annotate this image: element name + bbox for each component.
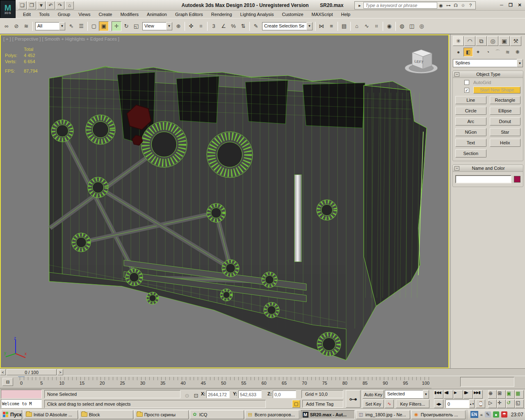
menu-group[interactable]: Group [54,11,75,18]
ngon-button[interactable]: NGon [455,128,486,136]
keyboard-override-icon[interactable]: ⌗ [196,21,206,31]
rectangular-selection-region-icon[interactable]: ▢ [89,21,99,31]
menu-lighting-analysis[interactable]: Lighting Analysis [236,11,278,18]
tab-create[interactable]: ✳ [453,36,464,46]
next-frame-button[interactable]: ▮▶ [463,390,473,399]
select-and-move-icon[interactable]: ✛ [112,21,121,31]
select-and-link-icon[interactable]: ∞ [2,21,11,31]
add-time-tag[interactable]: Add Time Tag [302,400,343,408]
donut-button[interactable]: Donut [490,117,521,126]
layer-manager-icon[interactable]: ▤ [339,21,349,31]
menu-rendering[interactable]: Rendering [207,11,236,18]
start-new-shape-button[interactable]: Start New Shape [473,87,520,94]
tray-collapse-arrow[interactable]: « [480,412,483,417]
next-frame-arrow[interactable]: > [57,369,63,375]
new-scene-icon[interactable]: ❏ [18,1,27,9]
select-and-scale-icon[interactable]: ◱ [131,21,141,31]
maxscript-mini-listener[interactable] [1,390,42,399]
chevron-down-icon[interactable]: ▼ [306,22,313,30]
viewcube[interactable]: LEFT [402,44,441,75]
tray-tool-icon[interactable]: ✎ [485,411,491,418]
chevron-down-icon[interactable]: ▼ [423,390,429,399]
key-mode-dropdown[interactable]: Selected ▼ [385,390,429,399]
save-file-icon[interactable]: ▼ [37,1,46,9]
minimize-button[interactable]: ─ [498,2,505,8]
subtab-spacewarps[interactable]: ≋ [503,48,512,57]
select-object-icon[interactable]: ⇖ [66,21,76,31]
pan-icon[interactable]: ✛ [497,399,506,408]
redo-icon[interactable]: ↷ [56,1,64,9]
select-and-manipulate-icon[interactable]: ✜ [186,21,196,31]
frame-spinner[interactable]: ▲▼ [469,399,475,408]
track-bar-ruler[interactable]: 0510152025303540455055606570758085909510… [16,377,431,388]
tab-utilities[interactable]: ⚒ [510,36,521,46]
time-slider[interactable]: 0 / 100 [7,369,57,375]
set-key-button[interactable]: Set Key [363,399,384,408]
play-button[interactable]: ▶ [454,390,463,399]
quick-render-icon[interactable]: ◎ [417,21,427,31]
start-new-shape-checkbox[interactable]: ✓ [464,88,469,93]
default-in-out-tangent-icon[interactable]: ∿ [385,399,394,408]
key-mode-toggle-button[interactable]: ◀▶ [434,399,443,408]
communication-center-icon[interactable]: ⊶ [445,2,452,9]
search-input[interactable] [363,2,437,9]
previous-frame-arrow[interactable]: < [0,369,6,375]
mirror-icon[interactable]: ⋈ [317,21,326,31]
selection-lock-icon[interactable]: ⊙ [182,390,192,400]
application-menu-button[interactable]: M 3DS [0,0,16,18]
menu-help[interactable]: Help [337,11,355,18]
perspective-viewport[interactable]: [ + ] [ Perspective ] [ Smooth + Highlig… [0,34,449,368]
go-to-end-button[interactable]: ▶▶▮ [473,390,483,399]
task-initial-d-absolute-[interactable]: Initial D Absolute ... [24,410,78,419]
helix-button[interactable]: Helix [490,139,521,147]
rendered-frame-window-icon[interactable]: ◫ [407,21,417,31]
close-button[interactable]: ✕ [516,2,523,8]
task-block[interactable]: Block [79,410,133,419]
go-to-start-button[interactable]: ▮◀◀ [434,390,443,399]
open-mini-curve-editor-icon[interactable]: ⊟ [2,378,13,386]
infocenter-icon[interactable]: ☊ [452,2,459,9]
restore-button[interactable]: ❐ [507,2,514,8]
menu-edit[interactable]: Edit [19,11,35,18]
name-and-color-rollout-header[interactable]: − Name and Color [453,165,523,172]
zoom-all-icon[interactable]: ⊞ [497,390,506,399]
field-of-view-icon[interactable]: ▷ [488,399,497,408]
menu-maxscript[interactable]: MAXScript [308,11,337,18]
tray-antivirus-icon[interactable]: ☂ [501,411,507,418]
language-indicator[interactable]: EN [470,411,478,418]
tray-messenger-icon[interactable]: ● [493,411,499,418]
viewport-label[interactable]: [ + ] [ Perspective ] [ Smooth + Highlig… [3,37,119,41]
reference-coordinate-dropdown[interactable]: View▼ [142,22,172,30]
arc-rotate-icon[interactable]: ↺ [506,399,515,408]
use-pivot-center-icon[interactable]: ⊕ [173,21,183,31]
menu-customize[interactable]: Customize [278,11,308,18]
arc-button[interactable]: Arc [455,117,486,126]
collapse-icon[interactable]: − [454,166,459,171]
auto-key-button[interactable]: Auto Key [363,390,384,399]
task-img-1800-jpg-ne-[interactable]: ◫img_1800.jpg - Ne... [356,410,410,419]
chevron-down-icon[interactable]: ▼ [517,59,523,67]
manage-scene-states-icon[interactable]: ⌂ [352,21,362,31]
line-button[interactable]: Line [455,96,486,104]
unlink-selection-icon[interactable]: ⊘ [11,21,21,31]
subtab-cameras[interactable]: ◔ [483,48,493,57]
object-color-swatch[interactable] [514,176,520,183]
named-selection-set-dropdown[interactable]: Create Selection Se▼ [262,22,313,30]
task-icq[interactable]: ✿ICQ [190,410,244,419]
curve-editor-icon[interactable]: ∿ [362,21,372,31]
undo-icon[interactable]: ↶ [46,1,55,9]
task-просто-скрины[interactable]: Просто скрины [135,410,189,419]
track-bar[interactable]: ⊟ 05101520253035404550556065707580859095… [0,376,525,389]
task-sr20-max-aut-[interactable]: MSR20.max - Aut... [301,410,355,419]
help-icon[interactable]: ? [467,2,474,9]
percent-snap-icon[interactable]: % [228,21,238,31]
circle-button[interactable]: Circle [455,107,486,115]
project-folder-icon[interactable]: ⌂ [65,1,74,9]
isolate-cube-icon[interactable]: ▢ [292,400,300,408]
menu-modifiers[interactable]: Modifiers [116,11,143,18]
select-and-rotate-icon[interactable]: ↻ [121,21,131,31]
angle-snap-icon[interactable]: ∠ [219,21,228,31]
x-coord-field[interactable]: 2644,172 [206,390,230,398]
text-button[interactable]: Text [455,139,486,147]
window-crossing-icon[interactable]: ▣ [99,21,109,31]
